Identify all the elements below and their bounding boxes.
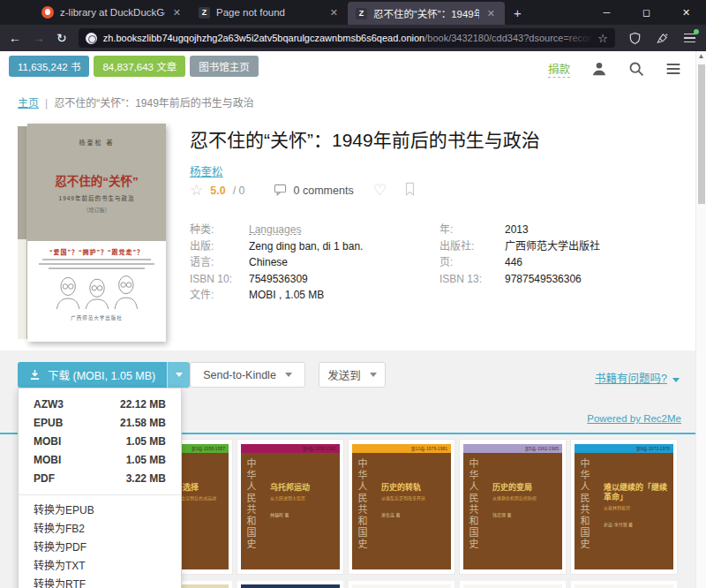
url-fade xyxy=(559,28,594,48)
rec-author: 萧冬连 著 xyxy=(381,511,447,517)
menu-item-format[interactable]: PDF3.22 MB xyxy=(19,470,181,488)
menu-item-convert[interactable]: 转换为PDF xyxy=(19,539,181,557)
recommendation-card[interactable]: 第8卷·1972-1976 中华人民共和国史 难以继续的「继续革命」 从批林到批… xyxy=(571,440,677,574)
rec-series-calligraphy: 中华人民共和国史 xyxy=(244,458,258,550)
breadcrumb-home-link[interactable]: 主页 xyxy=(18,97,39,109)
url-text[interactable]: zh.bookszlibb74ugqojhzhg2a63w5i2atv5bqar… xyxy=(103,33,592,43)
cover-publisher: 广西师范大学出版社 xyxy=(27,314,166,321)
meta-label: 页: xyxy=(439,254,505,271)
send-to-button[interactable]: 发送到 xyxy=(319,362,386,388)
menu-item-convert[interactable]: 转换为TXT xyxy=(19,557,181,576)
rec-band-label: 第8卷·1972-1976 xyxy=(636,446,670,451)
report-issue: 书籍有问题吗? xyxy=(595,369,680,386)
meta-label: 年: xyxy=(439,222,505,238)
rec-author: 林蕴晖 著 xyxy=(270,511,335,517)
page-scrollbar[interactable]: ▲ xyxy=(695,51,706,588)
zlibrary-favicon: Z xyxy=(356,8,367,19)
download-button[interactable]: 下载 (MOBI, 1.05 MB) xyxy=(18,362,167,388)
rec-band-label: 第3卷·1956-1957 xyxy=(192,446,225,451)
new-tab-button[interactable]: + xyxy=(514,5,522,20)
site-menu-icon[interactable] xyxy=(665,61,681,77)
books-count-badge[interactable]: 11,635,242 书 xyxy=(9,56,89,77)
favorite-heart-icon[interactable]: ♡ xyxy=(373,183,387,198)
shield-icon[interactable] xyxy=(627,30,642,46)
format-name: MOBI xyxy=(34,451,61,470)
rating-star-icon[interactable]: ☆ xyxy=(190,183,203,198)
meta-row-isbn13: ISBN 13:9787549536306 xyxy=(439,271,687,288)
menu-item-format[interactable]: EPUB21.58 MB xyxy=(19,414,181,433)
recommendation-card[interactable]: 第5卷·1962-1965 中华人民共和国史 历史的变局 从挽救危机到反修防修 … xyxy=(460,440,566,574)
menu-item-format[interactable]: MOBI1.05 MB xyxy=(19,451,181,470)
download-options-caret-button[interactable] xyxy=(167,362,190,388)
caret-down-icon xyxy=(672,378,680,382)
send-to-kindle-button[interactable]: Send-to-Kindle xyxy=(190,362,305,388)
library-home-badge[interactable]: 图书馆主页 xyxy=(190,56,259,77)
comments-icon[interactable] xyxy=(274,183,287,199)
rec-series-calligraphy: 中华人民共和国史 xyxy=(355,458,369,550)
rec-text-block: 难以继续的「继续革命」 从批林到批邓 史云·李丹慧 著 xyxy=(604,483,669,527)
articles-count-badge[interactable]: 84,837,643 文章 xyxy=(94,56,185,77)
rec-author: 钱庠理 著 xyxy=(492,511,558,517)
recommendation-card[interactable] xyxy=(349,581,454,588)
menu-item-convert[interactable]: 转换为FB2 xyxy=(19,520,181,539)
meta-row-publication: 出版:Zeng ding ban, di 1 ban. xyxy=(190,238,428,255)
powered-by-rec2me-link[interactable]: Powered by Rec2Me xyxy=(587,413,681,424)
back-button[interactable]: ← xyxy=(9,31,21,45)
rec-title: 历史的转轨 xyxy=(381,483,447,493)
menu-item-format[interactable]: AZW322.12 MB xyxy=(19,396,181,414)
minimize-button[interactable]: ─ xyxy=(587,0,627,25)
cover-portraits-sketch xyxy=(27,272,166,313)
maximize-button[interactable]: ◻ xyxy=(627,0,666,25)
cover-text-line xyxy=(49,268,146,269)
metadata-right-column: 年:2013 出版社:广西师范大学出版社 页:446 ISBN 13:97875… xyxy=(439,222,687,287)
tab-close-icon[interactable]: ✕ xyxy=(328,7,340,19)
recommendation-card[interactable] xyxy=(460,581,566,588)
reload-button[interactable]: ↻ xyxy=(56,31,67,45)
format-size: 1.05 MB xyxy=(126,433,166,451)
save-bookmark-icon[interactable] xyxy=(404,182,416,199)
recommendation-card[interactable]: 第10卷·1979-1981 中华人民共和国史 历史的转轨 从拨乱反正到改革开放… xyxy=(349,440,454,574)
tab-title: 忍不住的“关怀”：1949年前后的 xyxy=(373,6,479,20)
onion-site-icon[interactable] xyxy=(86,33,97,44)
category-link[interactable]: Languages xyxy=(249,223,301,236)
book-cover[interactable]: 杨奎松 著 忍不住的“关怀” 1949年前后的书生与政治 〔增订版〕 “爱国”？… xyxy=(18,124,168,342)
menu-item-convert[interactable]: 转换为EPUB xyxy=(19,501,181,520)
meta-value: 9787549536306 xyxy=(505,273,582,285)
update-available-dot xyxy=(694,29,699,34)
scrollbar-thumb[interactable] xyxy=(698,64,705,204)
tab-book-page-active[interactable]: Z 忍不住的“关怀”：1949年前后的 ✕ xyxy=(348,2,505,25)
rec-text-block: 乌托邦运动 从大跃进到大饥荒 林蕴晖 著 xyxy=(270,483,335,517)
cover-tagline: “爱国”？“拥护”？“跟党走”？ xyxy=(27,247,166,256)
caret-down-icon xyxy=(370,373,377,377)
recommendation-card[interactable]: 第4卷·1958-1961 中华人民共和国史 乌托邦运动 从大跃进到大饥荒 林蕴… xyxy=(237,440,343,574)
search-icon[interactable] xyxy=(628,61,644,77)
donate-link[interactable]: 捐款 xyxy=(548,60,570,78)
recommendation-card[interactable] xyxy=(237,581,343,588)
window-close-button[interactable]: ✕ xyxy=(666,0,706,25)
send-to-kindle-label: Send-to-Kindle xyxy=(203,369,276,381)
report-issue-link[interactable]: 书籍有问题吗? xyxy=(595,373,667,385)
browser-menu-icon[interactable] xyxy=(681,30,697,46)
bookmark-star-icon[interactable]: ☆ xyxy=(597,32,608,45)
author-link[interactable]: 杨奎松 xyxy=(190,162,223,179)
recommendation-card[interactable] xyxy=(571,581,677,588)
rec-cover: 第4卷·1958-1961 中华人民共和国史 乌托邦运动 从大跃进到大饥荒 林蕴… xyxy=(241,444,340,569)
clear-data-broom-icon[interactable] xyxy=(654,30,670,46)
meta-row-language: 语言:Chinese xyxy=(190,254,428,271)
format-size: 22.12 MB xyxy=(120,396,166,414)
scroll-up-icon[interactable]: ▲ xyxy=(696,51,706,62)
tab-close-icon[interactable]: ✕ xyxy=(171,7,183,19)
rec-series-calligraphy: 中华人民共和国史 xyxy=(577,458,591,550)
menu-item-convert[interactable]: 转换为RTF xyxy=(19,576,181,588)
book-cover-spine xyxy=(18,126,27,339)
url-bar[interactable]: zh.bookszlibb74ugqojhzhg2a63w5i2atv5bqar… xyxy=(79,28,615,48)
tab-close-icon[interactable]: ✕ xyxy=(485,8,497,19)
comments-link[interactable]: 0 comments xyxy=(294,185,354,197)
menu-item-format[interactable]: MOBI1.05 MB xyxy=(19,433,181,451)
meta-value: 广西师范大学出版社 xyxy=(505,240,600,253)
format-size: 3.22 MB xyxy=(126,470,166,488)
tab-duckduckgo[interactable]: z-library at DuckDuckGo ✕ xyxy=(34,0,191,25)
tab-page-not-found[interactable]: Z Page not found ✕ xyxy=(191,0,348,25)
profile-icon[interactable] xyxy=(591,61,607,77)
forward-button[interactable]: → xyxy=(33,31,45,45)
